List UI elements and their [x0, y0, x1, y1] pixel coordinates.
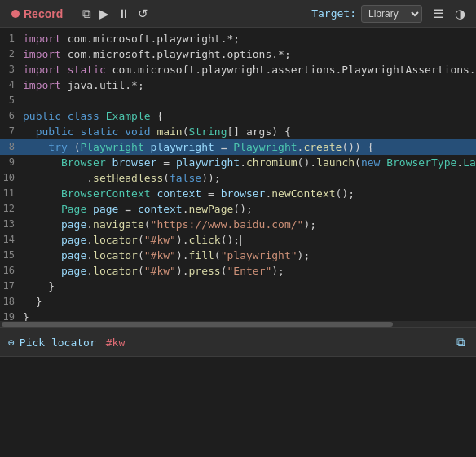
line-content-17: } [23, 279, 476, 294]
empty-area [0, 357, 476, 457]
pick-locator-label[interactable]: Pick locator [20, 336, 96, 349]
refresh-button[interactable]: ↺ [134, 4, 152, 24]
line-num-13: 13 [0, 217, 23, 232]
line-content-13: page.navigate("https://www.baidu.com/"); [23, 217, 476, 232]
target-select[interactable]: Library Page Browser [361, 5, 422, 23]
code-line-9: 9 Browser browser = playwright.chromium(… [0, 155, 476, 170]
code-line-18: 18 } [0, 294, 476, 310]
line-content-9: Browser browser = playwright.chromium().… [23, 155, 476, 170]
copy-icon: ⧉ [82, 7, 91, 21]
target-label: Target: [311, 7, 356, 20]
locator-bar: ⊕ Pick locator #kw ⧉ [0, 327, 476, 357]
code-line-14: 14 page.locator("#kw").click(); [0, 232, 476, 248]
line-num-5: 5 [0, 93, 23, 108]
editor-scrollbar[interactable] [0, 321, 476, 327]
code-line-12: 12 Page page = context.newPage(); [0, 201, 476, 217]
code-line-5: 5 [0, 93, 476, 108]
record-button[interactable]: Record [7, 5, 68, 23]
copy-locator-icon: ⧉ [456, 335, 465, 349]
line-content-12: Page page = context.newPage(); [23, 201, 476, 217]
line-content-15: page.locator("#kw").fill("playwright"); [23, 248, 476, 263]
pause-icon: ⏸ [117, 7, 130, 20]
locator-value: #kw [106, 336, 125, 349]
line-content-4: import java.util.*; [23, 77, 476, 93]
line-content-19: } [23, 310, 476, 321]
editor-scrollbar-thumb[interactable] [2, 322, 393, 327]
record-label: Record [24, 7, 63, 20]
line-num-9: 9 [0, 155, 23, 170]
line-num-2: 2 [0, 46, 23, 62]
line-content-8: try (Playwright playwright = Playwright.… [23, 139, 476, 155]
line-content-16: page.locator("#kw").press("Enter"); [23, 263, 476, 279]
code-line-7: 7 public static void main(String[] args)… [0, 124, 476, 139]
code-line-8: 8 try (Playwright playwright = Playwrigh… [0, 139, 476, 155]
line-num-7: 7 [0, 124, 23, 139]
line-num-18: 18 [0, 294, 23, 310]
line-num-11: 11 [0, 186, 23, 201]
line-num-10: 10 [0, 170, 23, 186]
line-num-12: 12 [0, 201, 23, 217]
line-num-19: 19 [0, 310, 23, 321]
refresh-icon: ↺ [138, 7, 148, 21]
line-content-6: public class Example { [23, 108, 476, 124]
code-line-4: 4 import java.util.*; [0, 77, 476, 93]
play-icon: ▶ [99, 7, 109, 21]
code-line-13: 13 page.navigate("https://www.baidu.com/… [0, 217, 476, 232]
toolbar-separator [73, 7, 73, 21]
code-line-17: 17 } [0, 279, 476, 294]
line-num-14: 14 [0, 232, 23, 248]
code-editor: 1 import com.microsoft.playwright.*; 2 i… [0, 28, 476, 321]
toolbar: Record ⧉ ▶ ⏸ ↺ Target: Library Page Brow… [0, 0, 476, 28]
list-view-button[interactable]: ☰ [429, 4, 447, 24]
code-line-11: 11 BrowserContext context = browser.newC… [0, 186, 476, 201]
line-num-1: 1 [0, 31, 23, 46]
line-content-3: import static com.microsoft.playwright.a… [23, 62, 476, 77]
code-line-2: 2 import com.microsoft.playwright.option… [0, 46, 476, 62]
code-line-6: 6 public class Example { [0, 108, 476, 124]
contrast-icon: ◑ [455, 7, 465, 21]
line-content-1: import com.microsoft.playwright.*; [23, 31, 476, 46]
toolbar-right-icons: ☰ ◑ [429, 4, 469, 24]
line-content-2: import com.microsoft.playwright.options.… [23, 46, 476, 62]
line-num-6: 6 [0, 108, 23, 124]
line-content-10: .setHeadless(false)); [23, 170, 476, 186]
line-num-16: 16 [0, 263, 23, 279]
line-num-17: 17 [0, 279, 23, 294]
code-line-1: 1 import com.microsoft.playwright.*; [0, 31, 476, 46]
line-num-15: 15 [0, 248, 23, 263]
code-line-16: 16 page.locator("#kw").press("Enter"); [0, 263, 476, 279]
line-content-11: BrowserContext context = browser.newCont… [23, 186, 476, 201]
line-content-18: } [23, 294, 476, 310]
line-num-3: 3 [0, 62, 23, 77]
contrast-button[interactable]: ◑ [451, 4, 469, 24]
line-content-14: page.locator("#kw").click(); [23, 232, 476, 248]
record-dot-icon [11, 10, 20, 18]
line-num-4: 4 [0, 77, 23, 93]
code-line-10: 10 .setHeadless(false)); [0, 170, 476, 186]
locator-copy-button[interactable]: ⧉ [454, 332, 468, 352]
play-button[interactable]: ▶ [95, 4, 113, 24]
code-line-19: 19 } [0, 310, 476, 321]
code-line-15: 15 page.locator("#kw").fill("playwright"… [0, 248, 476, 263]
code-line-3: 3 import static com.microsoft.playwright… [0, 62, 476, 77]
pick-locator-icon: ⊕ [8, 336, 15, 349]
pause-button[interactable]: ⏸ [113, 4, 134, 23]
copy-code-button[interactable]: ⧉ [78, 4, 95, 24]
line-num-8: 8 [0, 139, 23, 155]
line-content-7: public static void main(String[] args) { [23, 124, 476, 139]
list-icon: ☰ [433, 7, 443, 21]
